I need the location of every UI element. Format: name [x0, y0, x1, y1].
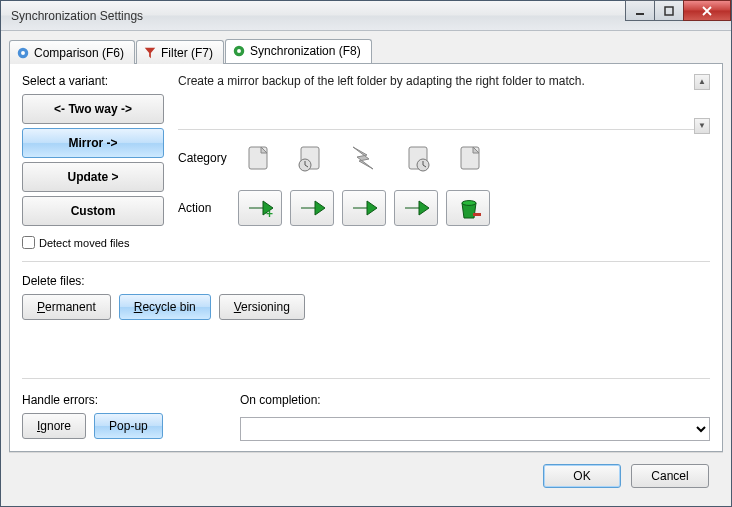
- scroll-up-icon[interactable]: ▲: [694, 74, 710, 90]
- category-right-only-icon: [446, 140, 490, 176]
- delete-label: Delete files:: [22, 274, 710, 288]
- svg-rect-14: [473, 213, 481, 216]
- category-row-label: Category: [178, 151, 238, 165]
- window-title: Synchronization Settings: [11, 9, 143, 23]
- svg-rect-1: [665, 7, 673, 15]
- variant-update-button[interactable]: Update >: [22, 162, 164, 192]
- delete-section: Delete files: Permanent Recycle bin Vers…: [22, 268, 710, 320]
- svg-text:+: +: [266, 207, 273, 220]
- minimize-icon: [635, 6, 645, 16]
- action-delete-right-button[interactable]: [446, 190, 490, 226]
- svg-point-3: [21, 51, 25, 55]
- variant-column: Select a variant: <- Two way -> Mirror -…: [22, 74, 164, 249]
- maximize-icon: [664, 6, 674, 16]
- action-row-label: Action: [178, 201, 238, 215]
- category-action-grid: Category: [178, 140, 710, 226]
- arrow-right-icon: [297, 196, 327, 220]
- maximize-button[interactable]: [654, 0, 684, 21]
- funnel-icon: [143, 46, 157, 60]
- arrow-right-plus-icon: +: [245, 196, 275, 220]
- category-left-newer-icon: [290, 140, 334, 176]
- completion-label: On completion:: [240, 393, 710, 407]
- variant-two-way-button[interactable]: <- Two way ->: [22, 94, 164, 124]
- tab-comparison[interactable]: Comparison (F6): [9, 40, 135, 64]
- variant-mirror-button[interactable]: Mirror ->: [22, 128, 164, 158]
- detect-moved-checkbox[interactable]: [22, 236, 35, 249]
- window-controls: [626, 0, 731, 21]
- variant-custom-button[interactable]: Custom: [22, 196, 164, 226]
- minimize-button[interactable]: [625, 0, 655, 21]
- cancel-button[interactable]: Cancel: [631, 464, 709, 488]
- action-overwrite-right-3-button[interactable]: [394, 190, 438, 226]
- description-scrollbar[interactable]: ▲ ▼: [694, 74, 710, 134]
- action-overwrite-right-2-button[interactable]: [342, 190, 386, 226]
- variant-description: Create a mirror backup of the left folde…: [178, 74, 710, 130]
- svg-point-13: [462, 201, 476, 206]
- detect-moved-row[interactable]: Detect moved files: [22, 236, 164, 249]
- tab-synchronization[interactable]: Synchronization (F8): [225, 39, 372, 63]
- dialog-window: Synchronization Settings Comparison (F6): [0, 0, 732, 507]
- action-create-right-button[interactable]: +: [238, 190, 282, 226]
- arrow-right-icon: [349, 196, 379, 220]
- action-overwrite-right-1-button[interactable]: [290, 190, 334, 226]
- delete-versioning-button[interactable]: Versioning: [219, 294, 305, 320]
- errors-popup-button[interactable]: Pop-up: [94, 413, 163, 439]
- titlebar[interactable]: Synchronization Settings: [1, 1, 731, 31]
- description-column: Create a mirror backup of the left folde…: [178, 74, 710, 249]
- completion-combo[interactable]: [240, 417, 710, 441]
- errors-ignore-button[interactable]: Ignore: [22, 413, 86, 439]
- variant-label: Select a variant:: [22, 74, 164, 88]
- gear-green-icon: [232, 44, 246, 58]
- completion-section: On completion:: [240, 387, 710, 441]
- svg-rect-0: [636, 13, 644, 15]
- arrow-right-icon: [401, 196, 431, 220]
- window-body: Comparison (F6) Filter (F7) Synchronizat…: [1, 31, 731, 506]
- tab-label: Comparison (F6): [34, 46, 124, 60]
- delete-recycle-button[interactable]: Recycle bin: [119, 294, 211, 320]
- ok-button[interactable]: OK: [543, 464, 621, 488]
- delete-permanent-button[interactable]: Permanent: [22, 294, 111, 320]
- tab-label: Synchronization (F8): [250, 44, 361, 58]
- tab-strip: Comparison (F6) Filter (F7) Synchronizat…: [9, 39, 723, 63]
- gear-blue-icon: [16, 46, 30, 60]
- trash-delete-icon: [453, 196, 483, 220]
- close-button[interactable]: [683, 0, 731, 21]
- tab-label: Filter (F7): [161, 46, 213, 60]
- category-right-newer-icon: [394, 140, 438, 176]
- dialog-footer: OK Cancel: [9, 452, 723, 498]
- bottom-row: Handle errors: Ignore Pop-up On completi…: [22, 378, 710, 441]
- category-left-only-icon: [238, 140, 282, 176]
- detect-moved-label: Detect moved files: [39, 237, 129, 249]
- category-conflict-icon: [342, 140, 386, 176]
- close-icon: [701, 6, 713, 16]
- tab-panel: Select a variant: <- Two way -> Mirror -…: [9, 63, 723, 452]
- tab-filter[interactable]: Filter (F7): [136, 40, 224, 64]
- top-row: Select a variant: <- Two way -> Mirror -…: [22, 74, 710, 262]
- handle-errors-label: Handle errors:: [22, 393, 212, 407]
- svg-point-5: [237, 49, 241, 53]
- scroll-down-icon[interactable]: ▼: [694, 118, 710, 134]
- handle-errors-section: Handle errors: Ignore Pop-up: [22, 387, 212, 441]
